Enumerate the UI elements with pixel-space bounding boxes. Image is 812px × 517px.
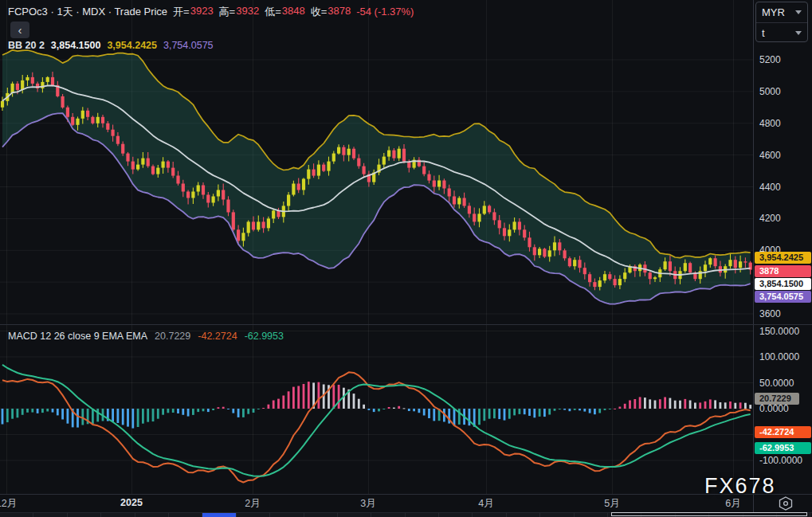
time-label: 3月 (360, 497, 375, 511)
timeline-segment[interactable] (169, 513, 202, 517)
macd-tick-label: -100.0000 (759, 455, 802, 466)
gear-icon[interactable] (778, 496, 794, 511)
chevron-down-icon (795, 31, 802, 35)
timeline-segment[interactable] (406, 513, 439, 517)
timeline-segment[interactable] (101, 513, 135, 517)
macd-histogram-value: 20.7229 (155, 331, 190, 342)
time-axis[interactable]: 12月20252月3月4月5月6月 (0, 494, 754, 512)
change-value: -54 (-1.37%) (356, 6, 414, 18)
price-tick-label: 4400 (759, 182, 781, 193)
macd-label: MACD 12 26 close 9 EMA EMA (8, 331, 147, 342)
price-tick-label: 5200 (759, 54, 781, 65)
high-label: 高= (219, 5, 236, 19)
unit-dropdown[interactable]: t (756, 23, 807, 43)
macd-signal-badge: -62.9953 (755, 442, 811, 454)
timeline-segment[interactable] (473, 513, 506, 517)
macd-signal-value: -62.9953 (245, 331, 284, 342)
price-tick-label: 4200 (759, 213, 781, 224)
macd-tick-label: 0.0000 (759, 403, 789, 414)
timeline-segment[interactable] (270, 513, 304, 517)
macd-line-value: -42.2724 (198, 331, 237, 342)
low-label: 低= (265, 5, 281, 19)
bb-basis-value: 3,854.1500 (51, 40, 101, 51)
bb-upper-value: 3,954.2425 (107, 40, 157, 51)
back-button[interactable]: ‹ (10, 22, 29, 38)
timeline-segment[interactable] (575, 513, 608, 517)
time-label: 6月 (725, 497, 740, 511)
last-price-badge: 3878 (755, 265, 811, 277)
symbol-title: FCPOc3 · 1天 · MDX · Trade Price (8, 5, 167, 19)
price-tick-label: 4800 (759, 118, 781, 129)
trading-chart-app: FCPOc3 · 1天 · MDX · Trade Price 开=3923 高… (0, 0, 812, 517)
currency-dropdown[interactable]: MYR (756, 2, 807, 23)
chevron-down-icon (795, 10, 802, 14)
watermark: FX678 (704, 474, 776, 499)
timeline-segment[interactable] (33, 513, 67, 517)
timeline-segment[interactable] (68, 513, 101, 517)
macd-tick-label: 150.0000 (759, 326, 799, 337)
close-label: 收= (311, 5, 328, 19)
close-value: 3878 (328, 5, 351, 19)
timeline-segment[interactable] (540, 513, 574, 517)
timeline-segment[interactable] (237, 513, 270, 517)
timeline-segment[interactable] (0, 513, 33, 517)
bb-basis-badge: 3,854.1500 (755, 278, 811, 290)
unit-value: t (762, 27, 765, 39)
unit-selector-panel: MYR t (755, 2, 808, 42)
open-value: 3923 (190, 5, 214, 19)
price-tick-label: 5000 (759, 86, 781, 97)
price-tick-label: 3600 (759, 308, 781, 319)
chevron-left-icon: ‹ (18, 24, 22, 36)
timeline-segment[interactable] (338, 513, 371, 517)
time-label: 12月 (0, 497, 17, 511)
bb-lower-badge: 3,754.0575 (755, 291, 811, 303)
macd-hist-badge: 20.7229 (755, 393, 799, 405)
chart-canvas[interactable] (0, 0, 754, 494)
time-label: 2025 (120, 497, 143, 508)
open-label: 开= (173, 5, 190, 19)
macd-line-badge: -42.2724 (755, 426, 811, 438)
bb-upper-badge: 3,954.2425 (755, 252, 811, 264)
time-label: 5月 (604, 497, 619, 511)
timeline-segment[interactable] (371, 513, 405, 517)
time-label: 4月 (478, 497, 493, 511)
timeline-segment[interactable] (439, 513, 473, 517)
bb-indicator-legend[interactable]: BB 20 2 3,854.1500 3,954.2425 3,754.0575 (8, 40, 214, 51)
low-value: 3848 (282, 5, 305, 19)
macd-tick-label: 100.0000 (759, 351, 799, 362)
pane-separator[interactable] (0, 324, 812, 325)
timeline-segment[interactable] (507, 513, 540, 517)
macd-tick-label: 50.0000 (759, 378, 794, 389)
currency-value: MYR (762, 6, 785, 18)
macd-indicator-legend[interactable]: MACD 12 26 close 9 EMA EMA 20.7229 -42.2… (8, 331, 284, 342)
bb-lower-value: 3,754.0575 (163, 40, 214, 51)
timeline-segment[interactable] (202, 513, 236, 517)
timeline-segment[interactable] (304, 513, 338, 517)
high-value: 3932 (236, 5, 259, 19)
price-axis[interactable]: MYR t 5200500048004600440042004000360015… (754, 0, 812, 512)
price-tick-label: 4600 (759, 150, 781, 161)
visible-range-box[interactable] (611, 512, 807, 516)
bb-label: BB 20 2 (8, 40, 45, 51)
timeline-segment[interactable] (135, 513, 169, 517)
time-label: 2月 (245, 497, 260, 511)
symbol-header[interactable]: FCPOc3 · 1天 · MDX · Trade Price 开=3923 高… (8, 5, 414, 19)
